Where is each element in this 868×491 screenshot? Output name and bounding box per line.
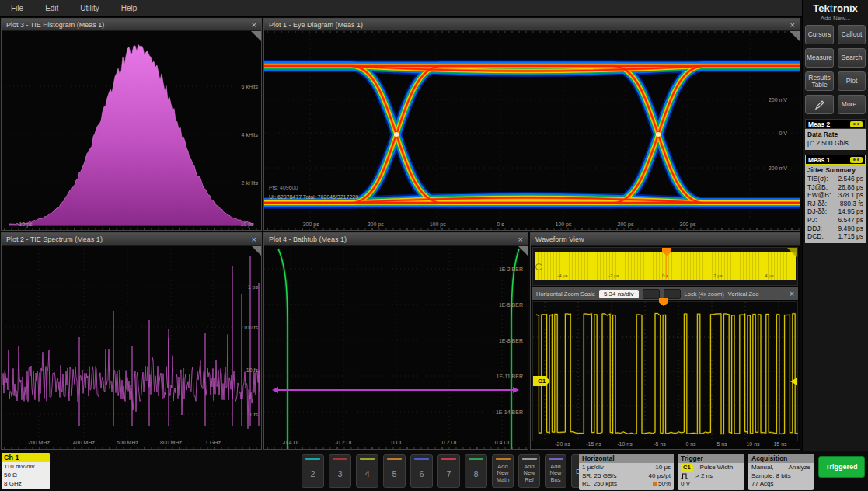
waveform-titlebar[interactable]: Waveform View [531, 233, 800, 246]
meas1-header[interactable]: Meas 1 [805, 155, 866, 165]
menu-item-help[interactable]: Help [121, 4, 138, 12]
triggered-status-button[interactable]: Triggered [818, 456, 865, 478]
zoom-scale-value[interactable]: 5.34 ns/div [599, 290, 639, 298]
vertical-zoom-label[interactable]: Vertical Zoo [728, 291, 759, 298]
horizontal-row: RL: 250 kpts50% [582, 480, 671, 489]
overview-tick-label: 4 μs [765, 273, 773, 278]
meas2-result[interactable]: Meas 2 Data Rate μ': 2.500 Gb/s [805, 119, 866, 150]
acquisition-sample: Sample: 8 bits [751, 472, 791, 481]
axis-tick-label: 0 ns [685, 441, 695, 447]
histogram-close-icon[interactable]: × [252, 21, 256, 29]
sidebar-button-callout[interactable]: Callout [838, 25, 866, 44]
acquisition-badge[interactable]: Acquisition Manual, Analyze Sample: 8 bi… [748, 454, 814, 490]
meas1-body: Jitter Summary TIE(σ):2.546 psTJ@B:26.88… [805, 165, 866, 243]
meas2-header[interactable]: Meas 2 [805, 119, 866, 129]
channel-number: 6 [419, 460, 424, 487]
axis-tick-label: -10 ps [17, 221, 32, 227]
channel-1-badge[interactable]: Ch 1 110 mV/div 50 Ω 8 GHz [2, 453, 50, 489]
channel-6-button[interactable]: 6 [410, 454, 433, 488]
menu-item-utility[interactable]: Utility [80, 4, 99, 12]
add-new-ref-button[interactable]: Add New Ref [518, 454, 540, 488]
bathtub-titlebar[interactable]: Plot 4 - Bathtub (Meas 1) × [264, 233, 528, 246]
axis-tick-label: -20 ns [555, 441, 570, 447]
trigger-badge[interactable]: Trigger C1 Pulse Width > 2 ns 0 V [678, 454, 744, 490]
spectrum-titlebar[interactable]: Plot 2 - TIE Spectrum (Meas 1) × [2, 233, 261, 246]
channel-7-button[interactable]: 7 [437, 454, 460, 488]
bathtub-plot-area: 1E-2 BER1E-5 BER1E-8 BER1E-11 BER1E-14 B… [264, 246, 528, 449]
zoom-button-left[interactable] [643, 289, 660, 299]
sidebar-button-cursors[interactable]: Cursors [805, 25, 834, 44]
channel-4-button[interactable]: 4 [356, 454, 378, 488]
menu-item-edit[interactable]: Edit [45, 4, 58, 12]
bottom-bar: Ch 1 110 mV/div 50 Ω 8 GHz 2345678Add Ne… [0, 451, 868, 491]
spectrum-title: Plot 2 - TIE Spectrum (Meas 1) [6, 235, 103, 243]
channel-number: 3 [337, 460, 342, 487]
axis-tick-label: 0.2 UI [442, 440, 457, 445]
zoom-button-right[interactable] [664, 289, 681, 299]
add-button-label: Add New Bus [546, 460, 566, 487]
axis-tick-label: 100 ps [555, 221, 571, 227]
spectrum-close-icon[interactable]: × [252, 235, 256, 243]
histogram-resize-corner[interactable] [251, 31, 261, 41]
axis-tick-label: 10 fs [246, 367, 258, 373]
panel-bathtub: Plot 4 - Bathtub (Meas 1) × 1E-2 BER1E-5… [263, 232, 528, 450]
channel-2-button[interactable]: 2 [302, 454, 324, 488]
waveform-zoom-view[interactable] [532, 301, 798, 441]
eye-titlebar[interactable]: Plot 1 - Eye Diagram (Meas 1) × [264, 19, 800, 31]
horizontal-badge[interactable]: Horizontal 1 μs/div10 μsSR: 25 GS/s40 ps… [579, 454, 674, 490]
axis-tick-label: 5 ns [716, 441, 727, 447]
axis-tick-label: 1E-14 BER [496, 409, 523, 415]
axis-tick-label: 6 kHits [242, 84, 258, 89]
spectrum-resize-corner[interactable] [251, 246, 261, 256]
jitter-label: TIE(σ): [807, 175, 828, 183]
sidebar-button-results-table[interactable]: Results Table [805, 71, 834, 91]
add-new-math-button[interactable]: Add New Math [492, 454, 514, 488]
overview-resize-corner[interactable] [787, 248, 797, 258]
axis-tick-label: -200 ps [365, 221, 383, 227]
bathtub-close-icon[interactable]: × [518, 235, 523, 243]
sidebar-button-measure[interactable]: Measure [805, 48, 834, 68]
horizontal-rows: 1 μs/div10 μsSR: 25 GS/s40 ps/ptRL: 250 … [579, 463, 674, 490]
zoom-close-icon[interactable]: × [790, 290, 794, 298]
axis-tick-label: 10 ps [240, 221, 253, 227]
acquisition-analyze: Analyze [789, 464, 810, 472]
axis-tick-label: 200 mV [769, 97, 787, 103]
histogram-titlebar[interactable]: Plot 3 - TIE Histogram (Meas 1) × [2, 19, 261, 31]
acquisition-title: Acquisition [748, 454, 814, 463]
sidebar-button-grid: CursorsCalloutMeasureSearchResults Table… [805, 25, 866, 114]
add-new-bus-button[interactable]: Add New Bus [545, 454, 566, 488]
zoom-lock-label[interactable]: Lock (4x zoom) [685, 291, 724, 298]
jitter-value: 26.88 ps [838, 183, 863, 192]
eye-close-icon[interactable]: × [790, 21, 795, 29]
axis-tick-label: -300 ps [301, 221, 319, 227]
axis-tick-label: -0.2 UI [335, 440, 351, 445]
waveform-overview-strip[interactable]: -4 μs-2 μs0 s2 μs4 μs [532, 247, 798, 286]
jitter-summary-row: TJ@B:26.88 ps [807, 183, 863, 192]
horizontal-left-value: 1 μs/div [582, 464, 604, 472]
trigger-level: 0 V [681, 480, 690, 489]
draw-button[interactable] [805, 95, 834, 114]
eye-resize-corner[interactable] [790, 31, 800, 41]
meas1-source-pill [850, 157, 863, 163]
channel-button-row: 2345678Add New MathAdd New RefAdd New Bu… [302, 454, 624, 488]
trigger-rows: C1 Pulse Width > 2 ns 0 V [678, 463, 744, 490]
eye-plot-area: Pts: 409600 UI: 62978477 Total: 702045/3… [264, 31, 800, 230]
trigger-level-arrow-icon[interactable] [790, 378, 797, 385]
draw-icon [814, 99, 825, 110]
sidebar-button-more-[interactable]: More... [838, 95, 866, 114]
axis-tick-label: 2 kHits [242, 180, 258, 186]
trigger-condition: > 2 ns [695, 472, 713, 481]
channel-1-bandwidth: 8 GHz [2, 479, 50, 488]
channel-3-button[interactable]: 3 [329, 454, 351, 488]
trigger-source-chip: C1 [681, 464, 693, 472]
channel-5-button[interactable]: 5 [383, 454, 406, 488]
meas1-result[interactable]: Meas 1 Jitter Summary TIE(σ):2.546 psTJ@… [805, 155, 866, 243]
sidebar-button-plot[interactable]: Plot [838, 71, 866, 91]
sidebar-button-search[interactable]: Search [838, 48, 866, 68]
menu-item-file[interactable]: File [11, 4, 23, 12]
channel-8-button[interactable]: 8 [465, 454, 487, 488]
jitter-value: 2.546 ps [838, 175, 863, 183]
panel-waveform-view: Waveform View -4 μs-2 μs0 s2 μs4 μs Hori… [530, 232, 800, 450]
axis-tick-label: -10 ns [617, 441, 632, 447]
bathtub-resize-corner[interactable] [518, 246, 528, 256]
